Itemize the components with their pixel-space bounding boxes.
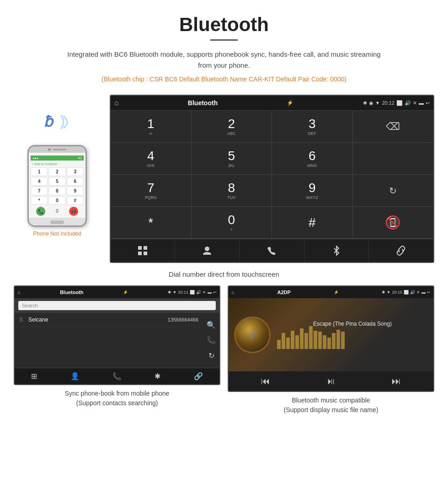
refresh-icon[interactable]: ↻ <box>389 185 397 196</box>
music-title: A2DP <box>277 290 291 295</box>
pb-link-icon[interactable]: 🔗 <box>194 372 203 381</box>
next-track-button[interactable]: ⏭ <box>392 376 401 386</box>
eq-bar <box>286 338 290 349</box>
search-input[interactable]: Search <box>18 301 216 310</box>
contact-letter: S <box>19 317 25 323</box>
music-bt-icon: ✱ <box>382 290 385 295</box>
music-controls: ⏮ ⏯ ⏭ <box>229 371 433 391</box>
location-icon: ◉ <box>369 100 373 106</box>
eq-bar <box>318 332 322 349</box>
bluetooth-action-button[interactable] <box>304 239 369 262</box>
contact-row[interactable]: S Seicane 13566664466 <box>15 313 203 327</box>
music-vol-icon: 🔊 <box>410 290 415 295</box>
home-icon-small: ⌂ <box>17 290 21 295</box>
prev-track-button[interactable]: ⏮ <box>261 376 270 386</box>
end-call-icon[interactable]: 📵 <box>385 215 401 230</box>
svg-rect-3 <box>144 252 147 255</box>
dialpad-grid: 1 ∞ 2 ABC 3 DEF ⌫ 4 GHI 5 JKL <box>111 110 433 239</box>
music-close-icon: ✕ <box>416 290 420 295</box>
eq-bar <box>295 335 299 349</box>
eq-bar <box>336 330 340 349</box>
refresh-side-icon[interactable]: ↻ <box>208 351 214 360</box>
phone-key-7: 7 <box>31 187 48 195</box>
backspace-icon[interactable]: ⌫ <box>386 121 400 133</box>
dial-key-star[interactable]: * <box>111 207 192 239</box>
dial-key-9[interactable]: 9 WXYZ <box>272 175 353 207</box>
phone-key-8: 8 <box>48 187 65 195</box>
contact-list: S Seicane 13566664466 <box>15 313 203 368</box>
phonebook-back-icon: ↩ <box>213 290 217 295</box>
dial-key-0[interactable]: 0 + <box>192 207 272 239</box>
android-status-bar: ⌂ Bluetooth ⚡ ✱ ◉ ▼ 20:12 ⬜ 🔊 ✕ ▬ ↩ <box>111 96 433 110</box>
play-pause-button[interactable]: ⏯ <box>326 376 336 386</box>
pb-grid-icon[interactable]: ⊞ <box>31 372 37 381</box>
svg-rect-0 <box>138 246 142 250</box>
phone-key-9: 9 <box>67 187 84 195</box>
dial-key-3[interactable]: 3 DEF <box>272 111 353 143</box>
phone-key-6: 6 <box>67 177 84 186</box>
page-title: Bluetooth <box>9 14 439 36</box>
pb-bt-icon[interactable]: ✱ <box>155 372 160 381</box>
dial-key-2[interactable]: 2 ABC <box>192 111 272 143</box>
dial-key-hash[interactable]: # <box>272 207 353 239</box>
dial-row4-extra: 📵 <box>353 207 434 239</box>
contact-number: 13566664466 <box>168 317 198 322</box>
phonebook-bottom-bar: ⊞ 👤 📞 ✱ 🔗 <box>15 368 219 384</box>
pb-phone-icon[interactable]: 📞 <box>112 372 122 381</box>
dial-key-7[interactable]: 7 PQRS <box>111 175 192 207</box>
volume-icon: 🔊 <box>405 100 411 106</box>
usb-icon: ⚡ <box>287 100 293 106</box>
phone-top-bar <box>29 146 85 153</box>
music-block: ⌂ A2DP ⚡ ✱ ▼ 20:15 ⬜ 🔊 ✕ ▬ ↩ ♪ <box>228 285 434 415</box>
phonebook-content: S Seicane 13566664466 🔍 📞 ↻ <box>15 313 219 368</box>
dial-key-8[interactable]: 8 TUV <box>192 175 272 207</box>
phonebook-close-icon: ✕ <box>203 290 206 295</box>
page-header: Bluetooth Integrated with BC6 Bluetooth … <box>0 0 448 95</box>
phone-key-0: 0 <box>48 196 65 205</box>
phone-home-button <box>50 220 64 224</box>
phonebook-status-right: ✱ ▼ 20:11 ⬜ 🔊 ✕ ▬ ↩ <box>168 290 217 295</box>
pb-person-icon[interactable]: 👤 <box>70 372 80 381</box>
phone-button[interactable] <box>240 239 304 262</box>
phone-side-icon[interactable]: 📞 <box>207 336 216 344</box>
music-time: 20:15 <box>392 290 402 295</box>
grid-view-button[interactable] <box>111 239 175 262</box>
search-side-icon[interactable]: 🔍 <box>207 321 216 329</box>
dial-key-4[interactable]: 4 GHI <box>111 143 192 175</box>
phone-not-included-label: Phone Not Included <box>33 231 81 237</box>
title-underline <box>210 39 238 41</box>
music-screen: ⌂ A2DP ⚡ ✱ ▼ 20:15 ⬜ 🔊 ✕ ▬ ↩ ♪ <box>228 285 434 392</box>
eq-bar <box>323 335 326 349</box>
eq-bar <box>282 333 285 349</box>
dial-key-6[interactable]: 6 MNO <box>272 143 353 175</box>
bluetooth-status-icon: ✱ <box>363 100 367 106</box>
svg-rect-2 <box>138 252 142 255</box>
music-cam-icon: ⬜ <box>404 290 409 295</box>
dial-key-5[interactable]: 5 JKL <box>192 143 272 175</box>
music-caption: Bluetooth music compatible (Support disp… <box>284 396 379 415</box>
home-icon[interactable]: ⌂ <box>114 99 119 107</box>
phonebook-vol-icon: 🔊 <box>196 290 201 295</box>
eq-bar <box>300 328 304 349</box>
dial-key-1[interactable]: 1 ∞ <box>111 111 192 143</box>
camera-icon: ⬜ <box>396 100 403 106</box>
dial-row2-extra <box>353 143 434 175</box>
phonebook-window-icon: ▬ <box>208 290 212 295</box>
contacts-button[interactable] <box>175 239 240 262</box>
eq-bar <box>341 332 345 349</box>
phone-frame: ●●●4G +Add to Contacts 1 2 3 4 5 6 7 8 9… <box>27 145 87 227</box>
music-info: Escape (The Pina Colada Song) <box>277 321 428 349</box>
phone-bottom-row: 📞 0 📵 <box>31 207 84 216</box>
phone-key-5: 5 <box>48 177 65 186</box>
phone-key-hash: # <box>67 196 84 205</box>
song-title: Escape (The Pina Colada Song) <box>277 321 428 327</box>
contact-name: Seicane <box>28 317 164 323</box>
svg-point-4 <box>205 247 209 251</box>
phone-camera <box>48 148 51 151</box>
android-dialpad-screen: ⌂ Bluetooth ⚡ ✱ ◉ ▼ 20:12 ⬜ 🔊 ✕ ▬ ↩ 1 ∞ <box>110 95 434 263</box>
music-note-icon: ♪ <box>249 327 256 342</box>
phone-keypad: 1 2 3 4 5 6 7 8 9 * 0 # <box>31 167 84 205</box>
link-button[interactable] <box>369 239 433 262</box>
phonebook-search-area: Search <box>15 298 219 313</box>
phonebook-block: ⌂ Bluetooth ⚡ ✱ ▼ 20:11 ⬜ 🔊 ✕ ▬ ↩ Search <box>14 285 220 415</box>
